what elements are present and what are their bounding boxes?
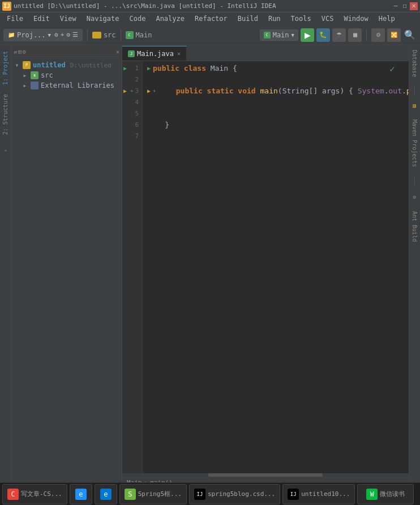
taskbar-item-ie[interactable]: e (95, 484, 117, 504)
extlibs-icon (31, 82, 38, 89)
taskbar-item-spring[interactable]: S Spring5框... (119, 484, 187, 504)
menu-analyze[interactable]: Analyze (151, 14, 189, 24)
menu-window[interactable]: Window (339, 14, 372, 24)
panel-settings-icon[interactable]: ⚙ (23, 49, 26, 55)
right-sep2 (414, 176, 415, 185)
sidebar-tab-structure[interactable]: 2: Structure (1, 91, 10, 138)
taskbar-item-idea1[interactable]: IJ spring5blog.csd... (189, 484, 280, 504)
scroll-indicator[interactable] (122, 473, 409, 477)
code-empty-space[interactable] (143, 142, 409, 311)
run-config-dropdown[interactable]: C Main ▼ (260, 29, 298, 41)
scroll-thumb[interactable] (208, 473, 323, 477)
panel-close-icon[interactable]: ✕ (116, 49, 119, 55)
project-icon: 📁 (8, 32, 15, 38)
panel-collapse-icon[interactable]: ⊞ (18, 49, 22, 55)
tree-arrow-root[interactable]: ▼ (14, 62, 20, 69)
editor-checkmark: ✓ (389, 63, 395, 74)
src-folder-icon (92, 32, 101, 38)
taskbar-wechat-label: 微信读书 (380, 490, 405, 498)
kw-public-3: public (176, 87, 203, 95)
run-button[interactable]: ▶ (301, 28, 314, 42)
toolbar-proj-label: Proj... (17, 31, 46, 39)
maximize-button[interactable]: □ (401, 2, 409, 10)
toolbar-settings[interactable]: ⚙ (66, 31, 70, 38)
gutter-line-2: 2 (122, 74, 142, 85)
tab-filename: Main.java (137, 50, 174, 58)
taskbar-spring-label: Spring5框... (138, 490, 182, 498)
right-tab-database[interactable]: Database (410, 48, 419, 79)
menu-code[interactable]: Code (125, 14, 151, 24)
sidebar-tab-project[interactable]: 1: Project (1, 48, 10, 88)
toolbar-layout[interactable]: ☰ (72, 31, 78, 38)
toolbar-sep1 (87, 29, 88, 41)
title-bar-text: untitled [D:\\untitled] - ...\src\Main.j… (14, 2, 276, 10)
run-arrow-3[interactable]: ▶ (123, 88, 127, 94)
gutter-line-6: 6 (122, 119, 142, 130)
tree-arrow-src[interactable]: ▶ (22, 72, 28, 79)
right-tab-maven[interactable]: m (410, 102, 419, 110)
project-tree: ▼ P untitled D:\untitled ▶ s src ▶ Exter… (11, 59, 122, 488)
right-sep1 (414, 86, 415, 95)
menu-vcs[interactable]: VCS (317, 14, 338, 24)
editor-tab-main[interactable]: J Main.java ✕ (122, 46, 187, 61)
toolbar-plus[interactable]: + (61, 31, 65, 38)
menu-build[interactable]: Build (233, 14, 263, 24)
tree-item-root[interactable]: ▼ P untitled D:\untitled (11, 60, 122, 70)
project-folder-icon: P (23, 61, 31, 69)
taskbar-idea1-icon: IJ (194, 489, 205, 500)
taskbar-item-wechat[interactable]: W 微信读书 (357, 484, 414, 504)
menu-help[interactable]: Help (374, 14, 400, 24)
code-line-1: ▶ public class Main { (143, 62, 409, 74)
run-config-arrow: ▼ (292, 32, 294, 38)
menu-navigate[interactable]: Navigate (82, 14, 124, 24)
tree-project-name: untitled (33, 61, 66, 69)
code-line-5 (143, 108, 409, 119)
menu-file[interactable]: File (2, 14, 28, 24)
toolbar-gear1[interactable]: ⚙ (54, 31, 58, 38)
menu-view[interactable]: View (55, 14, 81, 24)
gutter-line-3: ▶ + 3 (122, 85, 142, 96)
panel-sync-icon[interactable]: ⇄ (14, 49, 17, 55)
main-layout: 1: Project 2: Structure ★ ⇄ ⊞ ⚙ ✕ ▼ P un… (0, 45, 420, 488)
menu-bar: File Edit View Navigate Code Analyze Ref… (0, 12, 420, 25)
minimize-button[interactable]: ─ (392, 2, 400, 10)
tree-item-extlibs[interactable]: ▶ External Libraries (19, 80, 122, 91)
code-editor[interactable]: ▶ 1 2 ▶ + 3 4 5 6 (122, 61, 409, 473)
sidebar-tab-favorites[interactable]: ★ (2, 145, 10, 157)
menu-edit[interactable]: Edit (29, 14, 54, 24)
kw-class-1: class (184, 64, 206, 72)
kw-public-1: public (153, 64, 179, 72)
menu-run[interactable]: Run (264, 14, 285, 24)
taskbar-item-idea2[interactable]: IJ untitled10... (282, 484, 355, 504)
tab-close-button[interactable]: ✕ (177, 50, 181, 57)
taskbar-chrome-icon: C (7, 489, 19, 500)
debug-button[interactable]: 🐛 (316, 28, 330, 42)
left-sidebar: 1: Project 2: Structure ★ (0, 45, 11, 488)
right-tab-ant-label[interactable]: Ant Build (410, 209, 419, 244)
tree-item-src[interactable]: ▶ s src (19, 70, 122, 80)
coverage-button[interactable]: ☂ (332, 28, 346, 42)
class-name-main: Main (211, 64, 228, 72)
right-tab-maven-label[interactable]: Maven Projects (410, 117, 419, 169)
run-indicator-1: ▶ (147, 65, 151, 71)
taskbar-idea2-label: untitled10... (301, 490, 350, 498)
menu-refactor[interactable]: Refactor (190, 14, 232, 24)
close-button[interactable]: ✕ (410, 2, 418, 10)
taskbar-item-csdn[interactable]: C 写文章-CS... (2, 484, 67, 504)
toolbar-project-tab[interactable]: 📁 Proj... ▼ ⚙ + ⚙ ☰ (3, 29, 83, 41)
right-tab-ant[interactable]: ⚙ (411, 192, 419, 202)
taskbar-item-edge[interactable]: e (70, 484, 92, 504)
code-content[interactable]: ▶ public class Main { ▶ + public static (143, 61, 409, 473)
toolbar-proj-arrow: ▼ (48, 32, 51, 38)
vcs-button[interactable]: 🔀 (387, 28, 401, 42)
editor-tabs: J Main.java ✕ (122, 45, 409, 61)
menu-tools[interactable]: Tools (286, 14, 316, 24)
stop-button[interactable]: ◼ (348, 28, 362, 42)
sdk-button[interactable]: ⚙ (371, 28, 385, 42)
project-panel: ⇄ ⊞ ⚙ ✕ ▼ P untitled D:\untitled ▶ s src… (11, 45, 122, 488)
run-arrow-1[interactable]: ▶ (123, 65, 127, 71)
search-everywhere-button[interactable]: 🔍 (403, 28, 417, 42)
add-marker-3: + (130, 88, 133, 93)
tree-arrow-extlibs[interactable]: ▶ (22, 82, 28, 89)
toolbar: 📁 Proj... ▼ ⚙ + ⚙ ☰ src C Main C Main ▼ … (0, 25, 420, 45)
